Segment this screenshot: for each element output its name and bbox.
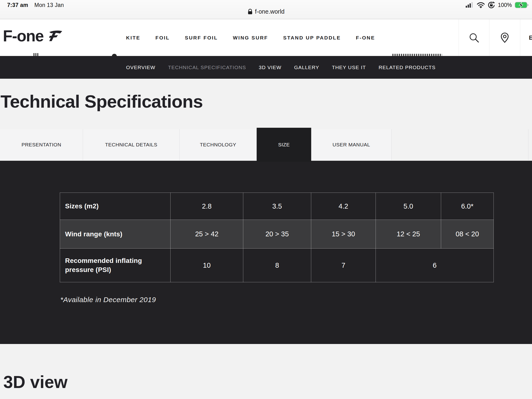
spec-table: Sizes (m2) 2.8 3.5 4.2 5.0 6.0* Wind ran… <box>60 193 494 282</box>
cell-wind-1: 25 > 42 <box>171 220 243 248</box>
spec-tabstrip: PRESENTATION TECHNICAL DETAILS TECHNOLOG… <box>0 129 532 161</box>
cellular-signal-icon <box>466 2 474 8</box>
cell-wind-5: 08 < 20 <box>441 220 494 248</box>
cell-size-4: 5.0 <box>376 193 441 220</box>
cell-psi-1: 10 <box>171 248 243 282</box>
cell-wind-4: 12 < 25 <box>376 220 441 248</box>
map-pin-icon <box>500 32 510 43</box>
store-locator-button[interactable] <box>489 19 520 56</box>
nav-item-surf-foil[interactable]: SURF FOIL <box>185 35 218 41</box>
nav-item-wing-surf[interactable]: WING SURF <box>233 35 268 41</box>
cell-wind-3: 15 > 30 <box>311 220 376 248</box>
row-label-sizes: Sizes (m2) <box>60 193 171 220</box>
subnav-item-gallery[interactable]: GALLERY <box>294 65 319 70</box>
logo-text: F-one <box>3 28 44 44</box>
subnav-item-overview[interactable]: OVERVIEW <box>126 65 155 70</box>
status-time: 7:37 am <box>7 2 28 8</box>
nav-menu: KITE FOIL SURF FOIL WING SURF STAND UP P… <box>126 19 375 56</box>
orientation-lock-icon <box>488 1 495 9</box>
tab-technology[interactable]: TECHNOLOGY <box>180 129 257 160</box>
product-subnav: OVERVIEW TECHNICAL SPECIFICATIONS 3D VIE… <box>0 56 532 79</box>
subnav-item-3d-view[interactable]: 3D VIEW <box>259 65 282 70</box>
table-row-sizes: Sizes (m2) 2.8 3.5 4.2 5.0 6.0* <box>60 193 494 220</box>
cell-wind-2: 20 > 35 <box>243 220 311 248</box>
wifi-icon <box>477 2 485 8</box>
nav-item-kite[interactable]: KITE <box>126 35 140 41</box>
cell-size-1: 2.8 <box>171 193 243 220</box>
next-section: 3D view <box>0 344 532 399</box>
status-time-date: 7:37 amMon 13 Jan <box>7 2 64 8</box>
tab-presentation[interactable]: PRESENTATION <box>0 129 83 160</box>
url-bar[interactable]: f-one.world <box>247 8 285 15</box>
main-navigation: F-one KITE FOIL SURF FOIL WING SURF STAN… <box>0 19 532 56</box>
clipped-content-fragment <box>33 53 39 56</box>
tab-user-manual[interactable]: USER MANUAL <box>311 129 392 160</box>
browser-chrome: 7:37 amMon 13 Jan f-one.world <box>0 0 532 19</box>
status-date: Mon 13 Jan <box>34 2 64 8</box>
url-text: f-one.world <box>255 8 285 15</box>
battery-percent: 100% <box>498 2 512 8</box>
language-cell-partial[interactable]: E <box>520 19 532 56</box>
size-panel: Sizes (m2) 2.8 3.5 4.2 5.0 6.0* Wind ran… <box>0 161 532 344</box>
search-icon <box>469 32 479 43</box>
availability-footnote: *Available in December 2019 <box>60 296 156 304</box>
subnav-item-technical-specifications[interactable]: TECHNICAL SPECIFICATIONS <box>168 65 246 70</box>
padlock-icon <box>247 9 253 15</box>
clipped-content-fragment <box>112 54 117 56</box>
page-title: Technical Specifications <box>0 91 203 112</box>
heading-section: Technical Specifications <box>0 79 532 129</box>
tab-technical-details[interactable]: TECHNICAL DETAILS <box>83 129 180 160</box>
nav-item-stand-up-paddle[interactable]: STAND UP PADDLE <box>283 35 341 41</box>
nav-item-f-one[interactable]: F-ONE <box>356 35 375 41</box>
cell-psi-3: 7 <box>311 248 376 282</box>
tabstrip-right-rule <box>528 129 528 160</box>
nav-item-foil[interactable]: FOIL <box>155 35 170 41</box>
next-section-title: 3D view <box>3 372 67 392</box>
tab-size[interactable]: SIZE <box>257 128 311 162</box>
cell-size-2: 3.5 <box>243 193 311 220</box>
clipped-content-fragment <box>392 54 442 56</box>
battery-charging-icon <box>515 2 529 8</box>
language-partial-label: E <box>529 34 532 41</box>
f-one-logo-glyph-icon <box>46 30 63 42</box>
subnav-item-they-use-it[interactable]: THEY USE IT <box>332 65 366 70</box>
row-label-pressure: Recommended inflating pressure (PSI) <box>60 248 171 282</box>
cell-psi-4-merged: 6 <box>376 248 494 282</box>
cell-size-5: 6.0* <box>441 193 494 220</box>
cell-psi-2: 8 <box>243 248 311 282</box>
table-row-pressure: Recommended inflating pressure (PSI) 10 … <box>60 248 494 282</box>
row-label-wind-range: Wind range (knts) <box>60 220 171 248</box>
search-button[interactable] <box>459 19 489 56</box>
cell-size-3: 4.2 <box>311 193 376 220</box>
table-row-wind-range: Wind range (knts) 25 > 42 20 > 35 15 > 3… <box>60 220 494 248</box>
subnav-item-related-products[interactable]: RELATED PRODUCTS <box>379 65 436 70</box>
f-one-logo[interactable]: F-one <box>3 28 63 44</box>
status-icons: 100% <box>466 1 529 9</box>
